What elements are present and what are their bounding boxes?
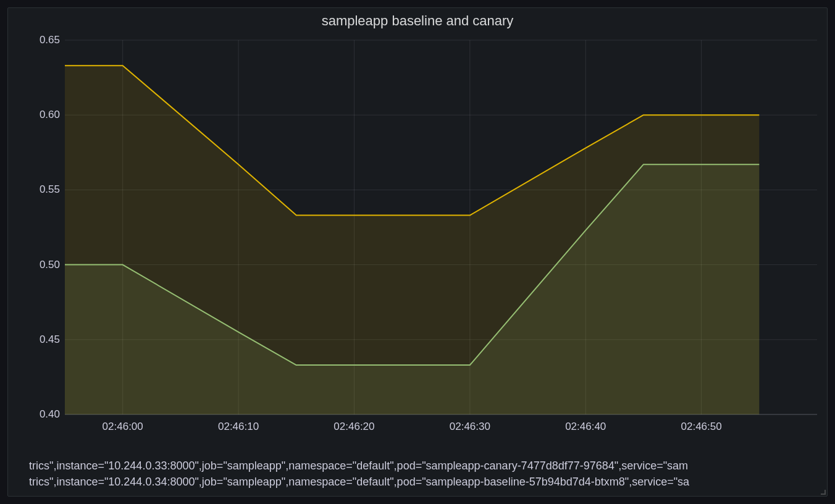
legend-text: trics",instance="10.244.0.34:8000",job="… (29, 476, 689, 488)
x-tick-label: 02:46:40 (565, 421, 606, 433)
legend-row[interactable]: trics",instance="10.244.0.34:8000",job="… (29, 474, 820, 490)
x-tick-label: 02:46:10 (218, 421, 259, 433)
y-tick-label: 0.40 (35, 408, 60, 421)
chart-legend: trics",instance="10.244.0.33:8000",job="… (29, 458, 820, 490)
y-tick-label: 0.65 (35, 34, 60, 46)
legend-text: trics",instance="10.244.0.33:8000",job="… (29, 460, 688, 472)
y-tick-label: 0.45 (35, 334, 60, 346)
chart-title: sampleapp baseline and canary (8, 13, 827, 29)
x-tick-label: 02:46:00 (103, 421, 143, 433)
y-tick-label: 0.60 (35, 109, 60, 121)
chart-svg (29, 38, 820, 433)
resize-handle-icon[interactable] (820, 489, 826, 495)
y-tick-label: 0.50 (35, 259, 60, 271)
y-tick-label: 0.55 (35, 183, 60, 196)
x-tick-label: 02:46:30 (450, 421, 490, 433)
x-tick-label: 02:46:20 (334, 421, 374, 433)
chart-plot-area[interactable]: 0.400.450.500.550.600.6502:46:0002:46:10… (29, 38, 820, 433)
x-tick-label: 02:46:50 (681, 421, 722, 433)
legend-row[interactable]: trics",instance="10.244.0.33:8000",job="… (29, 458, 820, 474)
chart-panel: sampleapp baseline and canary 0.400.450.… (7, 7, 828, 497)
